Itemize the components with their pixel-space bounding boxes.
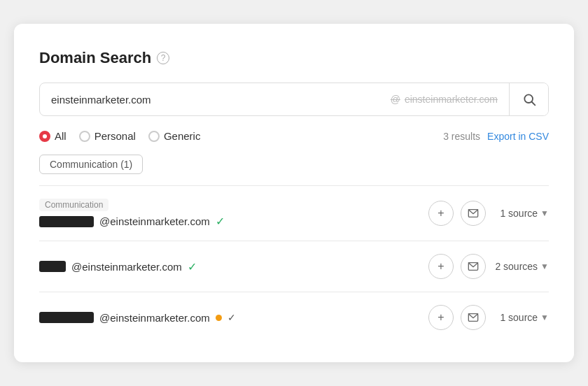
result-actions-1: + 1 source ▼ [428,201,549,226]
email-suffix-1: @einsteinmarketer.com [99,215,210,227]
chevron-icon-3: ▼ [540,313,549,322]
result-actions-2: + 2 sources ▼ [428,254,549,279]
search-input[interactable] [51,94,391,106]
filter-row: All Personal Generic 3 results Export in… [39,130,549,142]
result-email-row-1: @einsteinmarketer.com ✓ [39,215,420,228]
result-email-row-3: @einsteinmarketer.com ✓ [39,312,420,324]
svg-line-1 [531,102,535,106]
verified-icon-2: ✓ [188,260,197,273]
orange-dot-3 [216,315,222,321]
verified-icon-1: ✓ [216,215,225,228]
chevron-icon-2: ▼ [540,262,549,271]
search-button[interactable] [509,83,548,115]
sources-btn-2[interactable]: 2 sources ▼ [493,261,549,272]
at-icon: @ [391,94,400,105]
email-redacted-2 [39,261,66,272]
filter-generic-label: Generic [164,130,201,142]
sources-label-2: 2 sources [495,261,538,272]
export-link[interactable]: Export in CSV [487,131,549,142]
add-button-2[interactable]: + [428,254,454,279]
check-icon-3: ✓ [227,312,236,323]
email-suffix-3: @einsteinmarketer.com [99,312,210,324]
result-email-row-2: @einsteinmarketer.com ✓ [39,260,420,273]
radio-personal [79,131,90,142]
email-button-3[interactable] [461,305,486,330]
filter-generic[interactable]: Generic [148,130,201,142]
add-button-1[interactable]: + [428,201,454,226]
tag-row: Communication (1) [39,155,549,174]
search-icon [522,92,536,106]
mail-icon-1 [468,208,479,219]
table-row: @einsteinmarketer.com ✓ + 2 sources ▼ [39,241,549,292]
filter-all[interactable]: All [39,130,66,142]
filter-personal[interactable]: Personal [79,130,136,142]
result-info-3: @einsteinmarketer.com ✓ [39,312,420,324]
filter-options: All Personal Generic [39,130,200,142]
mail-icon-2 [468,261,479,272]
email-button-2[interactable] [461,254,486,279]
result-category-1: Communication [39,199,108,211]
hint-domain-text: einsteinmarketer.com [405,94,498,105]
email-redacted-3 [39,312,94,323]
result-actions-3: + 1 source ▼ [428,305,549,330]
email-redacted-1 [39,216,94,227]
email-suffix-2: @einsteinmarketer.com [71,261,182,273]
sources-btn-3[interactable]: 1 source ▼ [493,312,549,323]
result-info-1: Communication @einsteinmarketer.com ✓ [39,199,420,228]
search-bar: @ einsteinmarketer.com [39,83,549,116]
main-card: Domain Search ? @ einsteinmarketer.com A… [14,24,574,362]
results-count: 3 results [443,131,480,142]
table-row: @einsteinmarketer.com ✓ + 1 source ▼ [39,292,549,343]
title-row: Domain Search ? [39,49,549,67]
radio-all [39,131,50,142]
help-icon[interactable]: ? [157,52,169,64]
filter-personal-label: Personal [94,130,136,142]
filter-right: 3 results Export in CSV [443,131,549,142]
add-button-3[interactable]: + [428,305,454,330]
result-info-2: @einsteinmarketer.com ✓ [39,260,420,273]
domain-hint: @ einsteinmarketer.com [391,94,498,105]
results-list: Communication @einsteinmarketer.com ✓ + … [39,185,549,343]
sources-label-1: 1 source [500,208,538,219]
filter-all-label: All [55,130,66,142]
radio-generic [148,131,160,142]
email-button-1[interactable] [461,201,486,226]
search-input-wrap: @ einsteinmarketer.com [40,83,509,115]
mail-icon-3 [468,312,479,323]
sources-btn-1[interactable]: 1 source ▼ [493,208,549,219]
sources-label-3: 1 source [500,312,538,323]
table-row: Communication @einsteinmarketer.com ✓ + … [39,186,549,241]
page-title: Domain Search [39,49,151,67]
chevron-icon-1: ▼ [540,208,549,218]
category-tag[interactable]: Communication (1) [39,155,143,174]
